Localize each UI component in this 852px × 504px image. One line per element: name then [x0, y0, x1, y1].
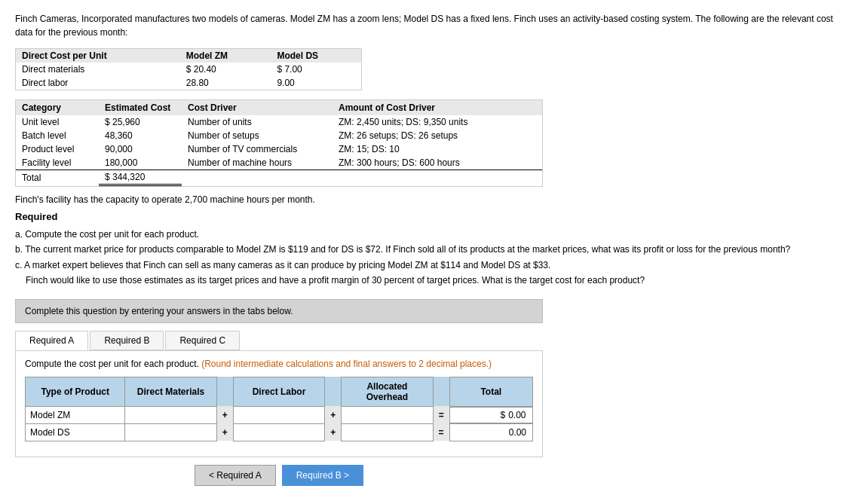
zm-ao-input[interactable]	[357, 409, 417, 421]
oh-row1-cost: 48,360	[99, 129, 182, 142]
ds-total-value: 0.00	[509, 427, 526, 438]
ds-dl-input[interactable]	[249, 426, 309, 438]
th-plus2	[325, 377, 342, 406]
question-a: a. Compute the cost per unit for each pr…	[15, 227, 837, 242]
ds-plus1: +	[216, 423, 233, 441]
instruction-main: Compute the cost per unit for each produ…	[25, 359, 199, 369]
required-label: Required	[15, 211, 837, 222]
oh-header-driver: Cost Driver	[182, 100, 333, 115]
tab-content-area: Compute the cost per unit for each produ…	[15, 350, 543, 457]
zm-total-cell: $ 0.00	[449, 407, 532, 423]
zm-total-value: 0.00	[508, 410, 526, 420]
next-button[interactable]: Required B >	[282, 465, 363, 486]
oh-row1-cat: Batch level	[16, 129, 99, 142]
oh-header-cost: Estimated Cost	[99, 100, 182, 115]
oh-row1-driver: Number of setups	[182, 129, 333, 142]
zm-dm-input[interactable]	[141, 409, 201, 421]
ds-ao-input[interactable]	[357, 426, 417, 438]
table-row-zm: Model ZM + + = $ 0.00	[26, 406, 533, 423]
dc-row1-ds: $ 7.00	[271, 63, 361, 76]
complete-text: Complete this question by entering your …	[25, 306, 293, 316]
th-dm: Direct Materials	[125, 377, 216, 406]
th-plus1	[216, 377, 233, 406]
dc-row2-ds: 9.00	[271, 76, 361, 90]
zm-dm-cell[interactable]	[125, 406, 216, 423]
facility-text: Finch's facility has the capacity to ope…	[15, 194, 837, 205]
dc-row1-zm: $ 20.40	[180, 63, 271, 76]
zm-equals: =	[433, 406, 449, 423]
ds-equals: =	[433, 423, 449, 441]
ds-ao-cell[interactable]	[342, 423, 433, 441]
zm-label: Model ZM	[26, 406, 125, 423]
table-row-ds: Model DS + + = 0.00	[26, 423, 533, 441]
direct-cost-table: Direct Cost per Unit Model ZM Model DS D…	[15, 48, 362, 90]
zm-dl-input[interactable]	[249, 409, 309, 421]
ds-plus2: +	[325, 423, 342, 441]
zm-dl-cell[interactable]	[233, 406, 324, 423]
dc-row2-label: Direct labor	[16, 76, 180, 90]
oh-row2-amount: ZM: 15; DS: 10	[333, 142, 542, 156]
oh-row2-cat: Product level	[16, 142, 99, 156]
th-total: Total	[449, 377, 532, 406]
intro-text: Finch Cameras, Incorporated manufactures…	[15, 12, 837, 39]
ds-total-cell: 0.00	[449, 423, 532, 441]
oh-row3-amount: ZM: 300 hours; DS: 600 hours	[333, 156, 542, 170]
zm-plus1: +	[216, 406, 233, 423]
dc-header-ds: Model DS	[271, 49, 361, 63]
question-c-part1: c. A market expert believes that Finch c…	[15, 258, 837, 273]
oh-row0-driver: Number of units	[182, 115, 333, 129]
ds-dl-cell[interactable]	[233, 423, 324, 441]
tab-required-c[interactable]: Required C	[165, 331, 240, 350]
zm-dollar: $	[497, 410, 505, 420]
oh-total-amount	[333, 170, 542, 185]
overhead-table: Category Estimated Cost Cost Driver Amou…	[15, 99, 543, 187]
oh-row0-cat: Unit level	[16, 115, 99, 129]
oh-header-amount: Amount of Cost Driver	[333, 100, 542, 115]
product-table: Type of Product Direct Materials Direct …	[25, 377, 533, 441]
tab-required-a[interactable]: Required A	[15, 331, 88, 350]
oh-row3-cat: Facility level	[16, 156, 99, 170]
oh-row2-cost: 90,000	[99, 142, 182, 156]
dc-header-label: Direct Cost per Unit	[16, 49, 180, 63]
oh-total-label: Total	[16, 170, 99, 185]
instruction-note: (Round intermediate calculations and fin…	[201, 359, 492, 369]
ds-dm-input[interactable]	[141, 426, 201, 438]
zm-plus2: +	[325, 406, 342, 423]
ds-label: Model DS	[26, 423, 125, 441]
tab-instruction: Compute the cost per unit for each produ…	[25, 359, 533, 369]
oh-header-category: Category	[16, 100, 99, 115]
prev-button[interactable]: < Required A	[195, 465, 276, 486]
oh-row1-amount: ZM: 26 setups; DS: 26 setups	[333, 129, 542, 142]
questions: a. Compute the cost per unit for each pr…	[15, 227, 837, 289]
th-equals	[433, 377, 449, 406]
oh-row0-cost: $ 25,960	[99, 115, 182, 129]
oh-total-cost: $ 344,320	[99, 170, 182, 185]
dc-row1-label: Direct materials	[16, 63, 180, 76]
dc-header-zm: Model ZM	[180, 49, 271, 63]
th-ao: Allocated Overhead	[342, 377, 433, 406]
complete-box: Complete this question by entering your …	[15, 299, 543, 323]
th-product: Type of Product	[26, 377, 125, 406]
zm-ao-cell[interactable]	[342, 406, 433, 423]
question-b: b. The current market price for products…	[15, 242, 837, 257]
tab-required-b[interactable]: Required B	[90, 331, 164, 350]
oh-row3-driver: Number of machine hours	[182, 156, 333, 170]
oh-row0-amount: ZM: 2,450 units; DS: 9,350 units	[333, 115, 542, 129]
nav-buttons: < Required A Required B >	[15, 465, 543, 486]
ds-dm-cell[interactable]	[125, 423, 216, 441]
question-c-part2: Finch would like to use those estimates …	[15, 273, 837, 288]
dc-row2-zm: 28.80	[180, 76, 271, 90]
tabs-row: Required A Required B Required C	[15, 331, 837, 350]
oh-row3-cost: 180,000	[99, 156, 182, 170]
oh-row2-driver: Number of TV commercials	[182, 142, 333, 156]
th-dl: Direct Labor	[233, 377, 324, 406]
oh-total-driver	[182, 170, 333, 185]
